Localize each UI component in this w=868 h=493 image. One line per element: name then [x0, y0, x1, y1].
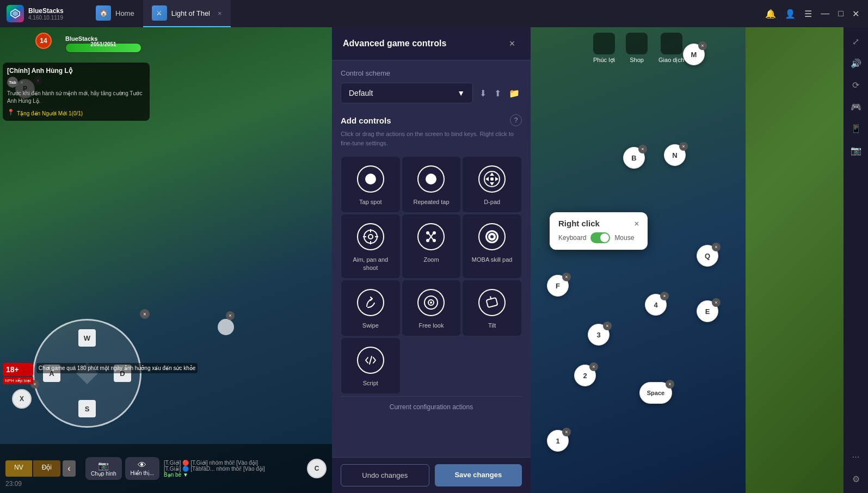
scheme-chevron-icon: ▼ — [457, 89, 465, 97]
sidebar-camera-icon[interactable]: 📷 — [846, 140, 866, 160]
tab-light-of-thel[interactable]: ⚔ Light of Thel × — [143, 0, 231, 27]
menu-icon[interactable]: ☰ — [804, 9, 812, 19]
svg-line-28 — [370, 356, 372, 364]
free-look-label: Free look — [419, 322, 444, 329]
scheme-upload-icon[interactable]: ⬆ — [492, 86, 503, 101]
tap-spot-label: Tap spot — [359, 198, 382, 206]
scheme-row: Default ▼ ⬇ ⬆ 📁 — [341, 83, 522, 103]
save-changes-button[interactable]: Save changes — [435, 464, 522, 486]
control-zoom[interactable]: Zoom — [402, 214, 461, 279]
mouse-label: Mouse — [614, 234, 634, 242]
control-repeated-tap[interactable]: Repeated tap — [402, 156, 461, 213]
restore-icon[interactable]: □ — [838, 9, 844, 19]
svg-point-19 — [433, 239, 436, 242]
control-free-look[interactable]: Free look — [402, 280, 461, 336]
script-icon — [357, 347, 384, 374]
scheme-download-icon[interactable]: ⬇ — [477, 86, 489, 101]
moba-skill-pad-label: MOBA skill pad — [472, 256, 513, 263]
repeated-tap-icon — [417, 165, 445, 193]
game-panel-left — [0, 27, 332, 493]
modal-body: Control scheme Default ▼ ⬇ ⬆ 📁 Add contr… — [332, 60, 531, 457]
close-f-button[interactable]: × — [562, 273, 571, 281]
close-b-button[interactable]: × — [638, 145, 647, 153]
sidebar-rotate-icon[interactable]: ⟳ — [846, 75, 866, 95]
svg-marker-5 — [490, 172, 494, 176]
close-e-button[interactable]: × — [712, 298, 721, 307]
tab-close-icon[interactable]: × — [218, 9, 222, 17]
add-controls-desc: Click or drag the actions on the screen … — [341, 130, 522, 147]
sidebar-controls-icon[interactable]: 🎮 — [846, 97, 866, 116]
top-bar: BlueStacks 4.160.10.1119 🏠 Home ⚔ Light … — [0, 0, 868, 27]
control-scheme-label: Control scheme — [341, 69, 522, 77]
right-click-title: Right click × — [558, 219, 639, 228]
close-1-button[interactable]: × — [562, 428, 571, 436]
sidebar-volume-icon[interactable]: 🔊 — [846, 53, 866, 73]
sidebar-phone-icon[interactable]: 📱 — [846, 119, 866, 138]
modal-title: Advanced game controls — [343, 39, 446, 48]
keyboard-label: Keyboard — [558, 234, 586, 242]
bluestacks-title: BlueStacks — [28, 7, 64, 15]
tab-home[interactable]: 🏠 Home — [87, 0, 143, 27]
game-tab-label: Light of Thel — [171, 9, 210, 17]
close-n-button[interactable]: × — [679, 142, 688, 151]
add-controls-title: Add controls — [341, 116, 391, 125]
tilt-label: Tilt — [488, 322, 496, 329]
home-tab-icon: 🏠 — [96, 5, 111, 21]
config-actions-label: Current configuration actions — [341, 396, 522, 415]
modal-footer: Undo changes Save changes — [332, 457, 531, 493]
aim-pan-shoot-icon — [357, 223, 384, 250]
close-4-button[interactable]: × — [660, 292, 669, 300]
sidebar-expand-icon[interactable]: ⤢ — [846, 32, 866, 51]
control-aim-pan-shoot[interactable]: Aim, pan and shoot — [341, 214, 401, 279]
svg-point-2 — [365, 174, 376, 184]
undo-changes-button[interactable]: Undo changes — [341, 464, 429, 486]
scheme-folder-icon[interactable]: 📁 — [507, 86, 522, 101]
bluestacks-logo: BlueStacks 4.160.10.1119 — [0, 5, 87, 22]
close-2-button[interactable]: × — [589, 362, 598, 371]
swipe-label: Swipe — [362, 322, 379, 329]
svg-line-27 — [490, 297, 491, 299]
game-tab-icon: ⚔ — [152, 5, 167, 21]
help-icon[interactable]: ? — [510, 114, 522, 126]
control-tap-spot[interactable]: Tap spot — [341, 156, 401, 213]
close-space-button[interactable]: × — [666, 380, 674, 389]
repeated-tap-label: Repeated tap — [413, 198, 449, 206]
tilt-icon — [478, 289, 506, 316]
account-icon[interactable]: 👤 — [785, 9, 796, 19]
moba-skill-pad-icon — [478, 223, 506, 250]
svg-marker-8 — [495, 177, 498, 181]
bluestacks-version: 4.160.10.1119 — [28, 15, 64, 21]
close-3-button[interactable]: × — [603, 322, 612, 330]
modal-close-button[interactable]: × — [504, 36, 520, 51]
close-q-button[interactable]: × — [712, 243, 721, 251]
close-m-button[interactable]: × — [698, 41, 707, 50]
minimize-icon[interactable]: — — [821, 9, 829, 19]
sidebar-more-icon[interactable]: ··· — [846, 447, 866, 467]
control-tilt[interactable]: Tilt — [462, 280, 522, 336]
free-look-icon — [417, 289, 445, 316]
right-sidebar: ⤢ 🔊 ⟳ 🎮 📱 📷 ··· ⚙ — [844, 27, 868, 493]
svg-rect-26 — [487, 298, 498, 307]
keyboard-mouse-toggle[interactable] — [590, 232, 610, 243]
notification-icon[interactable]: 🔔 — [765, 9, 776, 19]
control-swipe[interactable]: Swipe — [341, 280, 401, 336]
control-d-pad[interactable]: D-pad — [462, 156, 522, 213]
bluestacks-icon — [7, 5, 24, 22]
right-click-close[interactable]: × — [635, 219, 639, 228]
svg-point-3 — [426, 174, 436, 184]
close-icon[interactable]: ✕ — [852, 9, 859, 19]
script-label: Script — [363, 379, 378, 387]
sidebar-settings-icon[interactable]: ⚙ — [846, 469, 866, 489]
nav-giao-dich[interactable]: Giao dịch — [658, 33, 684, 64]
tap-spot-icon — [357, 165, 384, 193]
bluestacks-info: BlueStacks 4.160.10.1119 — [28, 7, 64, 21]
control-grid: Tap spot Repeated tap — [341, 156, 522, 394]
control-script[interactable]: Script — [341, 337, 401, 394]
svg-marker-6 — [490, 182, 494, 186]
nav-phuc-loi[interactable]: Phúc lợi — [593, 33, 615, 64]
scheme-select[interactable]: Default ▼ — [341, 83, 473, 103]
scheme-default-text: Default — [349, 89, 373, 97]
nav-shop[interactable]: Shop — [626, 33, 648, 64]
svg-point-11 — [368, 235, 373, 239]
control-moba-skill-pad[interactable]: MOBA skill pad — [462, 214, 522, 279]
